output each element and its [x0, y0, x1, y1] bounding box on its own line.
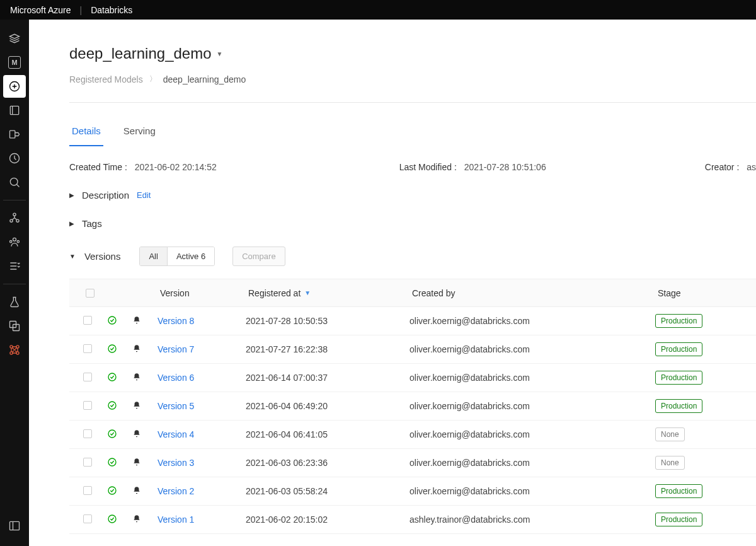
versions-table: Version Registered at ▼ Created by Stage… — [69, 279, 756, 534]
nav-separator — [3, 200, 26, 200]
bell-icon[interactable] — [132, 429, 158, 440]
row-checkbox[interactable] — [83, 401, 92, 410]
bell-icon[interactable] — [132, 401, 158, 412]
bell-icon[interactable] — [132, 458, 158, 468]
row-checkbox[interactable] — [83, 373, 92, 381]
svg-point-13 — [10, 346, 13, 348]
title-dropdown-caret-icon[interactable]: ▼ — [217, 50, 223, 57]
stage-badge[interactable]: Production — [655, 399, 702, 413]
version-link[interactable]: Version 4 — [158, 429, 194, 439]
nav-workspace-icon[interactable] — [3, 99, 26, 122]
bell-icon[interactable] — [132, 344, 158, 355]
row-checkbox[interactable] — [83, 514, 92, 523]
col-created-by[interactable]: Created by — [410, 288, 655, 298]
col-stage[interactable]: Stage — [655, 288, 756, 298]
version-link[interactable]: Version 5 — [158, 401, 194, 411]
meta-modified: Last Modified : 2021-07-28 10:51:06 — [399, 162, 546, 172]
topbar: Microsoft Azure | Databricks — [0, 0, 756, 20]
stage-badge[interactable]: Production — [655, 484, 702, 498]
svg-point-15 — [10, 352, 13, 354]
status-ok-icon — [107, 344, 132, 356]
svg-point-10 — [17, 241, 19, 243]
version-link[interactable]: Version 7 — [158, 344, 194, 354]
stage-badge[interactable]: None — [655, 456, 685, 470]
registered-at-value: 2021-06-04 06:49:20 — [246, 401, 410, 411]
created-by-value: oliver.koernig@databricks.com — [410, 486, 655, 496]
description-label: Description — [82, 190, 129, 200]
status-ok-icon — [107, 429, 132, 441]
version-link[interactable]: Version 6 — [158, 373, 194, 383]
stage-badge[interactable]: Production — [655, 371, 702, 385]
nav-model-icon[interactable]: M — [3, 51, 26, 74]
created-by-value: oliver.koernig@databricks.com — [410, 429, 655, 439]
caret-down-icon[interactable]: ▼ — [69, 253, 76, 260]
stage-badge[interactable]: Production — [655, 314, 702, 328]
version-link[interactable]: Version 1 — [158, 514, 194, 525]
version-link[interactable]: Version 3 — [158, 458, 194, 468]
brand-databricks: Databricks — [91, 5, 132, 15]
version-link[interactable]: Version 2 — [158, 486, 194, 496]
registered-at-value: 2021-06-14 07:00:37 — [246, 373, 410, 383]
status-ok-icon — [107, 372, 132, 384]
registered-at-value: 2021-07-27 16:22:38 — [246, 344, 410, 354]
nav-feature-store-icon[interactable] — [3, 315, 26, 337]
nav-jobs-icon[interactable] — [3, 255, 26, 277]
created-by-value: oliver.koernig@databricks.com — [410, 316, 655, 326]
svg-point-25 — [108, 515, 116, 523]
tab-serving[interactable]: Serving — [121, 119, 158, 146]
svg-point-23 — [108, 458, 116, 466]
bell-icon[interactable] — [132, 373, 158, 383]
bell-icon[interactable] — [132, 514, 158, 525]
col-version[interactable]: Version — [158, 288, 246, 298]
breadcrumb-root[interactable]: Registered Models — [69, 74, 143, 84]
col-registered[interactable]: Registered at ▼ — [246, 288, 410, 298]
nav-recents-icon[interactable] — [3, 147, 26, 170]
version-link[interactable]: Version 8 — [158, 316, 194, 326]
table-row: Version 42021-06-04 06:41:05oliver.koern… — [69, 421, 756, 449]
nav-data-icon[interactable] — [3, 207, 26, 229]
meta-row: Created Time : 2021-06-02 20:14:52 Last … — [69, 162, 756, 172]
compare-button[interactable]: Compare — [232, 247, 285, 266]
section-description[interactable]: ▶ Description Edit — [69, 190, 756, 200]
nav-repos-icon[interactable] — [3, 123, 26, 146]
svg-point-5 — [13, 213, 16, 216]
created-by-value: oliver.koernig@databricks.com — [410, 401, 655, 411]
bell-icon[interactable] — [132, 316, 158, 327]
nav-panel-icon[interactable] — [3, 514, 26, 537]
nav-compute-icon[interactable] — [3, 231, 26, 253]
tab-details[interactable]: Details — [69, 119, 103, 146]
nav-databricks-icon[interactable] — [3, 27, 26, 50]
row-checkbox[interactable] — [83, 316, 92, 325]
created-by-value: oliver.koernig@databricks.com — [410, 458, 655, 468]
svg-point-16 — [16, 352, 19, 354]
nav-search-icon[interactable] — [3, 171, 26, 194]
row-checkbox[interactable] — [83, 458, 92, 467]
stage-badge[interactable]: None — [655, 427, 685, 441]
table-row: Version 82021-07-28 10:50:53oliver.koern… — [69, 307, 756, 335]
status-ok-icon — [107, 485, 132, 497]
row-checkbox[interactable] — [83, 344, 92, 353]
table-header: Version Registered at ▼ Created by Stage — [69, 279, 756, 307]
created-by-value: oliver.koernig@databricks.com — [410, 373, 655, 383]
stage-badge[interactable]: Production — [655, 513, 702, 526]
creator-value: as — [747, 162, 756, 172]
caret-right-icon: ▶ — [69, 192, 74, 199]
row-checkbox[interactable] — [83, 429, 92, 438]
nav-experiments-icon[interactable] — [3, 291, 26, 313]
page-title: deep_learning_demo — [69, 45, 212, 62]
status-ok-icon — [107, 400, 132, 412]
nav-create-icon[interactable] — [3, 75, 26, 98]
brand-separator: | — [79, 5, 82, 15]
nav-models-icon[interactable] — [3, 339, 26, 361]
edit-description-link[interactable]: Edit — [137, 190, 151, 200]
filter-active-button[interactable]: Active 6 — [167, 247, 214, 265]
table-row: Version 22021-06-03 05:58:24oliver.koern… — [69, 477, 756, 506]
row-checkbox[interactable] — [83, 486, 92, 495]
section-tags[interactable]: ▶ Tags — [69, 218, 756, 229]
main-content: deep_learning_demo ▼ Registered Models 〉… — [29, 20, 756, 546]
stage-badge[interactable]: Production — [655, 342, 702, 356]
tags-label: Tags — [82, 218, 102, 229]
select-all-checkbox[interactable] — [86, 289, 94, 298]
bell-icon[interactable] — [132, 486, 158, 497]
filter-all-button[interactable]: All — [140, 247, 166, 265]
